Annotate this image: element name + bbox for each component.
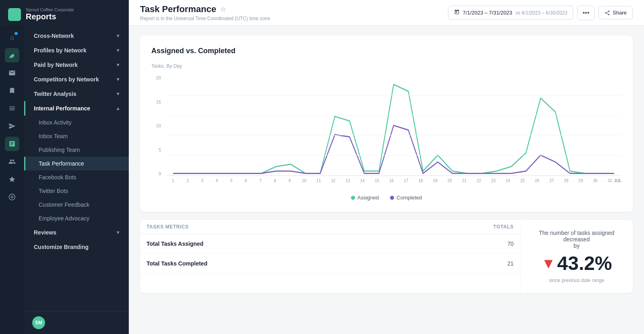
nav-icon-home[interactable]: ⌂: [5, 30, 19, 45]
page-title: Task Performance ☆: [140, 4, 270, 15]
nav-icon-people[interactable]: [5, 154, 19, 169]
chart-card: Assigned vs. Completed Tasks, By Day 20 …: [140, 35, 633, 212]
completed-dot: [390, 196, 394, 200]
chart-legend: Assigned Completed: [151, 195, 621, 201]
grid-line: [166, 95, 621, 95]
content-area: Assigned vs. Completed Tasks, By Day 20 …: [129, 26, 644, 334]
month-label: JUL: [614, 178, 621, 183]
y-axis: 20 15 10 5 0: [151, 75, 163, 176]
aside-percentage: ▼ 43.2%: [541, 252, 612, 274]
nav-icon-chart[interactable]: [5, 137, 19, 151]
nav-icon-list[interactable]: [5, 101, 19, 116]
metrics-table: Tasks Metrics Totals Total Tasks Assigne…: [140, 220, 520, 293]
sidebar-bottom: SM: [24, 311, 129, 334]
metrics-card: Tasks Metrics Totals Total Tasks Assigne…: [140, 220, 633, 293]
nav-icon-send[interactable]: [5, 119, 19, 133]
chart-axis-label: Tasks, By Day: [151, 63, 621, 69]
nav-customize-branding[interactable]: Customize Branding: [24, 240, 129, 254]
reports-label: Reports: [26, 12, 74, 21]
nav-sub-customer-feedback[interactable]: Customer Feedback: [24, 198, 129, 212]
chevron-down-icon: ▾: [117, 230, 119, 235]
metrics-row-completed: Total Tasks Completed 21: [140, 254, 520, 274]
date-range-text: 7/1/2023 – 7/31/2023: [463, 10, 512, 16]
grid-line: [166, 115, 621, 116]
chevron-down-icon: ▾: [117, 91, 119, 97]
more-options-button[interactable]: •••: [577, 6, 594, 20]
nav-sub-inbox-team[interactable]: Inbox Team: [24, 129, 129, 143]
chevron-down-icon: ▾: [117, 62, 119, 68]
x-axis: 1 2 3 4 5 6 7 8 9 10 11 12 13 14 15 16 1: [166, 176, 621, 188]
chart-inner: [166, 75, 621, 176]
chevron-up-icon: ▴: [117, 106, 119, 111]
topbar-right: 7/1/2023 – 7/31/2023 vs 6/1/2023 – 6/30/…: [448, 6, 633, 20]
chart-area: 20 15 10 5 0: [151, 75, 621, 188]
assigned-line: [173, 85, 614, 174]
chevron-down-icon: ▾: [117, 33, 119, 39]
nav-icon-leaf[interactable]: [5, 48, 19, 62]
nav-icon-group[interactable]: [5, 190, 19, 204]
topbar: Task Performance ☆ Report is in the Univ…: [129, 0, 644, 26]
nav-internal-performance[interactable]: Internal Performance ▴: [24, 101, 129, 116]
chevron-down-icon: ▾: [117, 77, 119, 82]
legend-completed: Completed: [390, 195, 422, 201]
company-name: Sprout Coffee Corporate: [26, 7, 74, 12]
nav-sub-facebook-bots[interactable]: Facebook Bots: [24, 170, 129, 184]
calendar-icon: [454, 9, 460, 16]
app-logo: [8, 8, 21, 21]
metrics-aside: The number of tasks assigned decreased b…: [520, 220, 633, 293]
nav-icon-bookmark[interactable]: [5, 83, 19, 98]
nav-paid-by-network[interactable]: Paid by Network ▾: [24, 58, 129, 72]
grid-line: [166, 135, 621, 135]
sidebar-title-group: Sprout Coffee Corporate Reports: [26, 7, 74, 21]
chart-title: Assigned vs. Completed: [151, 47, 621, 55]
metrics-row-assigned: Total Tasks Assigned 70: [140, 234, 520, 254]
date-range-button[interactable]: 7/1/2023 – 7/31/2023 vs 6/1/2023 – 6/30/…: [448, 6, 574, 20]
nav-sub-publishing-team[interactable]: Publishing Team: [24, 143, 129, 157]
aside-since-text: since previous date range: [549, 278, 604, 283]
line-chart-svg: [166, 75, 621, 176]
nav-icon-star[interactable]: [5, 172, 19, 187]
nav-sub-twitter-bots[interactable]: Twitter Bots: [24, 184, 129, 198]
favorite-icon[interactable]: ☆: [220, 6, 226, 13]
nav-sub-inbox-activity[interactable]: Inbox Activity: [24, 116, 129, 129]
completed-line: [173, 126, 614, 174]
nav-twitter-analysis[interactable]: Twitter Analysis ▾: [24, 87, 129, 101]
main-content: Task Performance ☆ Report is in the Univ…: [129, 0, 644, 334]
sidebar: Sprout Coffee Corporate Reports ⌂: [0, 0, 129, 334]
avatar[interactable]: SM: [32, 316, 45, 329]
grid-line: [166, 155, 621, 156]
sidebar-header: Sprout Coffee Corporate Reports: [0, 0, 129, 25]
nav-competitors-by-network[interactable]: Competitors by Network ▾: [24, 72, 129, 87]
topbar-left: Task Performance ☆ Report is in the Univ…: [140, 4, 270, 21]
chevron-down-icon: ▾: [117, 48, 119, 53]
legend-assigned: Assigned: [351, 195, 379, 201]
sidebar-nav: Cross-Network ▾ Profiles by Network ▾ Pa…: [24, 25, 129, 257]
nav-profiles-by-network[interactable]: Profiles by Network ▾: [24, 43, 129, 58]
date-range-vs-text: vs 6/1/2023 – 6/30/2023: [516, 10, 568, 16]
nav-reviews[interactable]: Reviews ▾: [24, 225, 129, 240]
metrics-header: Tasks Metrics Totals: [140, 220, 520, 234]
nav-cross-network[interactable]: Cross-Network ▾: [24, 29, 129, 43]
assigned-dot: [351, 196, 355, 200]
share-button[interactable]: Share: [599, 6, 633, 19]
grid-line: [166, 175, 621, 176]
aside-description: The number of tasks assigned decreased b…: [530, 230, 623, 249]
nav-icon-inbox[interactable]: [5, 66, 19, 80]
decrease-arrow-icon: ▼: [541, 255, 556, 272]
page-subtitle: Report is in the Universal Time Coordina…: [140, 16, 270, 21]
nav-sub-employee-advocacy[interactable]: Employee Advocacy: [24, 212, 129, 225]
nav-sub-task-performance[interactable]: Task Performance: [24, 157, 129, 170]
